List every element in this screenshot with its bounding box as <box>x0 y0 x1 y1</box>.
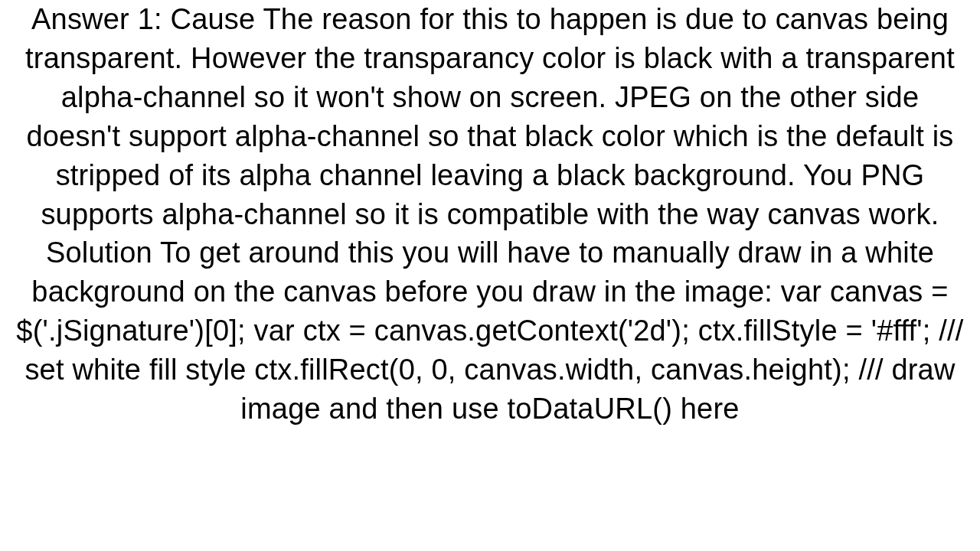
answer-body: Answer 1: Cause The reason for this to h… <box>0 0 980 551</box>
